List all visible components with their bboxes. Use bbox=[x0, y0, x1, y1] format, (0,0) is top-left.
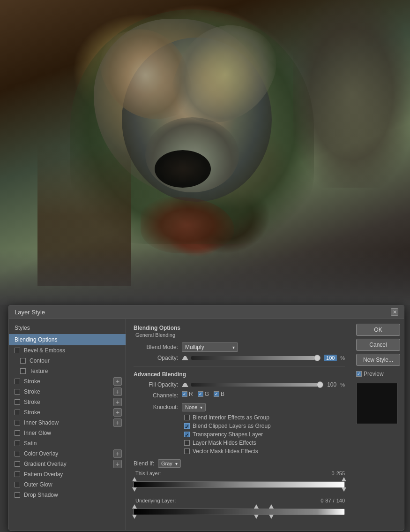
sidebar-item-color-overlay[interactable]: Color Overlay + bbox=[9, 448, 126, 459]
underlying-mid-right-thumb[interactable] bbox=[269, 504, 274, 509]
checkbox-inner-glow[interactable] bbox=[15, 430, 20, 436]
checkbox-satin[interactable] bbox=[15, 441, 20, 446]
channel-g-label: G bbox=[205, 391, 209, 397]
close-button[interactable]: ✕ bbox=[391, 308, 398, 316]
channel-r-check[interactable]: ✓ R bbox=[182, 391, 193, 397]
checkbox-blend-interior[interactable] bbox=[184, 415, 190, 420]
blend-mode-label: Blend Mode: bbox=[134, 344, 178, 350]
slider-triangle-icon bbox=[182, 356, 188, 360]
this-layer-values: 0 255 bbox=[332, 471, 345, 476]
blend-mode-value: Multiply bbox=[185, 344, 204, 350]
blend-if-dropdown[interactable]: Gray ▾ bbox=[158, 459, 181, 468]
sidebar-item-bevel-emboss[interactable]: Bevel & Emboss bbox=[9, 345, 126, 356]
label-transparency-shapes: Transparency Shapes Layer bbox=[193, 431, 263, 438]
checkbox-stroke1[interactable] bbox=[15, 379, 20, 384]
label-vector-mask: Vector Mask Hides Effects bbox=[193, 448, 258, 455]
plus-inner-shadow[interactable]: + bbox=[113, 418, 122, 427]
blend-if-label: Blend If: bbox=[134, 460, 154, 467]
underlying-left-thumb-bottom[interactable] bbox=[132, 515, 137, 519]
plus-gradient-overlay[interactable]: + bbox=[113, 460, 122, 468]
checkbox-pattern-overlay[interactable] bbox=[15, 471, 20, 477]
knockout-dropdown[interactable]: None ▾ bbox=[182, 403, 206, 411]
advanced-blending-title: Advanced Blending bbox=[134, 371, 345, 378]
sidebar-item-texture[interactable]: Texture bbox=[9, 366, 126, 376]
sidebar-item-inner-glow[interactable]: Inner Glow bbox=[9, 428, 126, 438]
fill-opacity-thumb[interactable] bbox=[317, 381, 323, 388]
channel-g-checkbox[interactable]: ✓ bbox=[198, 391, 203, 397]
option-transparency-shapes: ✓ Transparency Shapes Layer bbox=[180, 431, 345, 438]
blending-options-title: Blending Options bbox=[134, 325, 345, 331]
new-style-button[interactable]: New Style... bbox=[356, 354, 400, 366]
underlying-slash: / bbox=[333, 498, 335, 503]
sidebar-item-stroke3[interactable]: Stroke + bbox=[9, 397, 126, 407]
checkbox-gradient-overlay[interactable] bbox=[15, 461, 20, 467]
checkbox-contour[interactable] bbox=[20, 358, 26, 364]
checkbox-stroke3[interactable] bbox=[15, 399, 20, 405]
checkbox-color-overlay[interactable] bbox=[15, 451, 20, 456]
option-vector-mask: Vector Mask Hides Effects bbox=[180, 448, 345, 455]
checkbox-drop-shadow[interactable] bbox=[15, 492, 20, 498]
label-blend-interior: Blend Interior Effects as Group bbox=[193, 414, 269, 421]
underlying-mid-left-bottom[interactable] bbox=[254, 515, 259, 519]
checkbox-texture[interactable] bbox=[20, 368, 26, 374]
plus-stroke1[interactable]: + bbox=[113, 377, 122, 386]
underlying-mid-left-thumb[interactable] bbox=[254, 504, 259, 509]
sidebar-item-contour[interactable]: Contour bbox=[9, 356, 126, 366]
sidebar-item-stroke4[interactable]: Stroke + bbox=[9, 407, 126, 418]
channel-g-check[interactable]: ✓ G bbox=[198, 391, 209, 397]
sidebar-item-stroke1[interactable]: Stroke + bbox=[9, 376, 126, 387]
fill-opacity-slider[interactable] bbox=[191, 383, 321, 387]
checkbox-bevel-emboss[interactable] bbox=[15, 348, 20, 353]
plus-stroke3[interactable]: + bbox=[113, 398, 122, 406]
this-layer-right-thumb-top[interactable] bbox=[342, 477, 346, 481]
checkbox-blend-clipped[interactable]: ✓ bbox=[184, 423, 190, 429]
general-blending-subtitle: General Blending bbox=[135, 332, 345, 338]
checkbox-stroke4[interactable] bbox=[15, 410, 20, 415]
preview-checkbox[interactable]: ✓ bbox=[356, 371, 362, 377]
channel-b-check[interactable]: ✓ B bbox=[214, 391, 224, 397]
this-layer-gradient-bar[interactable] bbox=[134, 481, 345, 488]
checkbox-inner-shadow[interactable] bbox=[15, 420, 20, 426]
cancel-button[interactable]: Cancel bbox=[356, 339, 400, 351]
checkbox-layer-mask[interactable] bbox=[184, 440, 190, 446]
option-blend-interior: Blend Interior Effects as Group bbox=[180, 414, 345, 421]
sidebar-item-satin[interactable]: Satin bbox=[9, 438, 126, 448]
knockout-label: Knockout: bbox=[134, 404, 178, 410]
this-layer-right-val: 255 bbox=[336, 471, 345, 476]
underlying-gradient-bar[interactable] bbox=[134, 509, 345, 515]
channel-b-checkbox[interactable]: ✓ bbox=[214, 391, 219, 397]
this-layer-left-thumb-top[interactable] bbox=[132, 477, 137, 481]
sidebar-item-gradient-overlay[interactable]: Gradient Overlay + bbox=[9, 459, 126, 469]
this-layer-label: This Layer: bbox=[135, 471, 161, 476]
opacity-slider-thumb[interactable] bbox=[314, 355, 321, 361]
label-outer-glow: Outer Glow bbox=[24, 481, 52, 488]
checkbox-vector-mask[interactable] bbox=[184, 448, 190, 454]
plus-stroke4[interactable]: + bbox=[113, 408, 122, 417]
this-layer-left-thumb-bottom[interactable] bbox=[132, 487, 137, 492]
channel-r-checkbox[interactable]: ✓ bbox=[182, 391, 187, 397]
opacity-value[interactable]: 100 bbox=[324, 355, 337, 361]
underlying-left-val: 0 bbox=[321, 498, 323, 503]
sidebar-item-blending-options[interactable]: Blending Options bbox=[9, 334, 126, 345]
sidebar-item-stroke2[interactable]: Stroke + bbox=[9, 387, 126, 397]
label-contour: Contour bbox=[30, 357, 50, 364]
sidebar-item-drop-shadow[interactable]: Drop Shadow bbox=[9, 490, 126, 500]
checkbox-transparency-shapes[interactable]: ✓ bbox=[184, 432, 190, 437]
underlying-label-row: Underlying Layer: 0 87 / 140 bbox=[134, 498, 345, 503]
sidebar-item-outer-glow[interactable]: Outer Glow bbox=[9, 479, 126, 490]
sidebar-item-inner-shadow[interactable]: Inner Shadow + bbox=[9, 418, 126, 428]
sidebar-item-pattern-overlay[interactable]: Pattern Overlay bbox=[9, 469, 126, 479]
fill-opacity-label: Fill Opacity: bbox=[134, 381, 178, 388]
checkbox-stroke2[interactable] bbox=[15, 389, 20, 395]
fill-opacity-value[interactable]: 100 bbox=[327, 381, 336, 388]
underlying-left-thumb-top[interactable] bbox=[132, 504, 137, 509]
this-layer-right-thumb-bottom[interactable] bbox=[342, 487, 346, 492]
opacity-slider-track[interactable] bbox=[191, 356, 319, 360]
label-drop-shadow: Drop Shadow bbox=[24, 492, 58, 498]
blend-mode-dropdown[interactable]: Multiply ▾ bbox=[182, 342, 238, 352]
plus-stroke2[interactable]: + bbox=[113, 388, 122, 396]
plus-color-overlay[interactable]: + bbox=[113, 449, 122, 458]
underlying-mid-right-bottom[interactable] bbox=[269, 515, 274, 519]
ok-button[interactable]: OK bbox=[356, 324, 400, 336]
checkbox-outer-glow[interactable] bbox=[15, 482, 20, 487]
